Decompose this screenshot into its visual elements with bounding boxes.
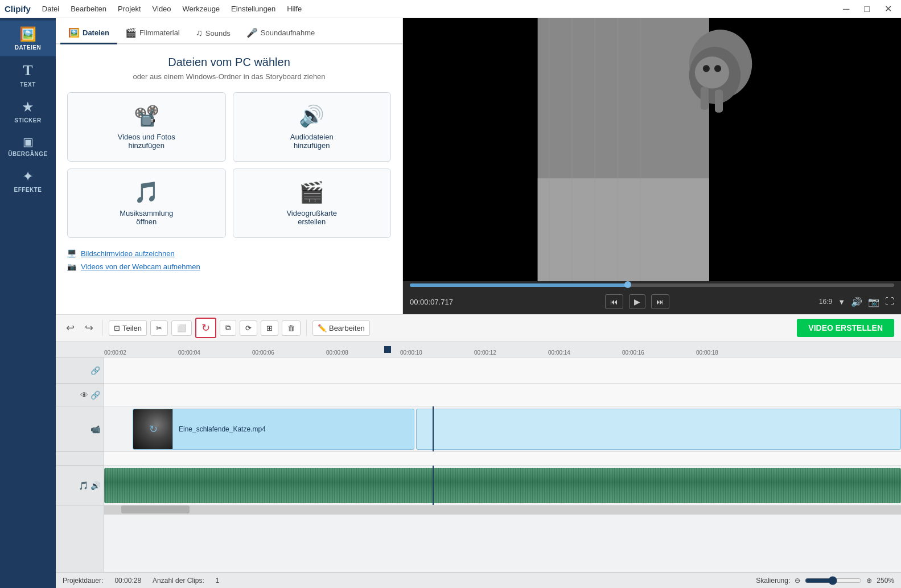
ruler-mark-7: 00:00:16 (622, 349, 696, 356)
sidebar-item-effekte[interactable]: ✦ EFFEKTE (0, 163, 56, 199)
video-preview (403, 18, 901, 281)
scale-plus-icon[interactable]: ⊕ (866, 577, 872, 585)
copy-button[interactable]: ⧉ (220, 320, 236, 336)
musiksammlung-icon: 🎵 (134, 180, 159, 204)
svg-point-6 (695, 56, 729, 88)
app-logo: Clipify (5, 4, 31, 14)
audio-waveform (104, 468, 901, 503)
panel-content: Dateien vom PC wählen oder aus einem Win… (56, 44, 402, 314)
link-icon-1[interactable]: 🔗 (90, 366, 100, 375)
panel-title: Dateien vom PC wählen (67, 56, 391, 69)
track-row-video: ↻ Eine_schlafende_Katze.mp4 (104, 406, 901, 452)
timeline-area: 00:00:02 00:00:04 00:00:06 00:00:08 00:0… (56, 342, 901, 572)
menu-hilfe[interactable]: Hilfe (285, 3, 304, 14)
play-button[interactable]: ▶ (629, 294, 645, 309)
duration-value: 00:00:28 (114, 577, 141, 585)
split-button[interactable]: ⊡ Teilen (109, 320, 147, 336)
svg-point-7 (703, 65, 710, 72)
clip-label: Eine_schlafende_Katze.mp4 (173, 422, 271, 437)
scale-slider[interactable] (805, 576, 862, 585)
tab-soundaufnahme-icon: 🎤 (246, 27, 258, 38)
seek-bar-row (403, 281, 901, 289)
eye-icon[interactable]: 👁 (80, 390, 88, 400)
ruler-label-12s: 00:00:12 (474, 349, 497, 356)
sidebar-item-uebergaenge[interactable]: ▣ ÜBERGÄNGE (0, 129, 56, 163)
aspect-dropdown-icon[interactable]: ▼ (838, 298, 845, 306)
menu-einstellungen[interactable]: Einstellungen (229, 3, 278, 14)
tracks-content[interactable]: ↻ Eine_schlafende_Katze.mp4 (104, 357, 901, 572)
delete-button[interactable]: 🗑 (282, 320, 301, 336)
sidebar-label-sticker: STICKER (14, 117, 41, 124)
scale-control: Skalierung: ⊖ ⊕ 250% (756, 576, 894, 585)
tab-dateien[interactable]: 🖼️ Dateien (60, 23, 117, 44)
menu-bearbeiten[interactable]: Bearbeiten (68, 3, 109, 14)
grid-button[interactable]: ⊞ (261, 320, 278, 336)
close-button[interactable]: ✕ (880, 2, 896, 15)
ruler-mark-4: 00:00:10 (400, 349, 474, 356)
maximize-button[interactable]: □ (859, 3, 874, 15)
tab-soundaufnahme[interactable]: 🎤 Soundaufnahme (238, 23, 323, 44)
track-ctrl-1: 🔗 (56, 357, 104, 384)
skip-back-button[interactable]: ⏮ (605, 294, 623, 309)
effekte-icon: ✦ (22, 168, 34, 184)
option-audiodateien[interactable]: 🔊 Audiodateienhinzufügen (233, 92, 392, 162)
aspect-ratio[interactable]: 16:9 (819, 298, 832, 306)
music-note-icon[interactable]: 🎵 (79, 481, 88, 490)
tab-filmmaterial[interactable]: 🎬 Filmmaterial (117, 23, 188, 44)
redo-button[interactable]: ↪ (81, 319, 97, 336)
cut-button[interactable]: ✂ (150, 320, 168, 336)
video-camera-icon[interactable]: 📹 (90, 425, 100, 434)
menu-datei[interactable]: Datei (40, 3, 61, 14)
track-ctrl-thin (56, 452, 104, 466)
playhead-indicator-ruler (384, 346, 391, 353)
link-icon-2[interactable]: 🔗 (90, 390, 100, 400)
sidebar-label-dateien: DATEIEN (15, 44, 42, 51)
track-row-mid (104, 384, 901, 406)
panel-tabs: 🖼️ Dateien 🎬 Filmmaterial ♫ Sounds 🎤 Sou… (56, 18, 402, 44)
edit-button[interactable]: ✏️ Bearbeiten (312, 320, 370, 336)
horizontal-scrollbar-thumb[interactable] (121, 505, 190, 513)
track-ctrl-2: 👁 🔗 (56, 384, 104, 406)
link-webcam[interactable]: 📷 Videos von der Webcam aufnehmen (67, 262, 391, 271)
crop-button[interactable]: ⬜ (171, 320, 192, 336)
svg-point-8 (714, 65, 721, 72)
fullscreen-icon[interactable]: ⛶ (885, 297, 894, 307)
menu-projekt[interactable]: Projekt (116, 3, 143, 14)
sidebar-item-dateien[interactable]: 🖼️ DATEIEN (0, 20, 56, 56)
skip-forward-button[interactable]: ⏭ (651, 294, 669, 309)
link-bildschirmvideo[interactable]: 🖥️ Bildschirmvideo aufzeichnen (67, 249, 391, 258)
option-musiksammlung[interactable]: 🎵 Musiksammlungöffnen (67, 168, 226, 238)
screenshot-icon[interactable]: 📷 (868, 297, 879, 307)
ruler-label-6s: 00:00:06 (252, 349, 275, 356)
create-video-button[interactable]: VIDEO ERSTELLEN (797, 319, 894, 337)
cat-preview-svg (403, 18, 901, 281)
menu-werkzeuge[interactable]: Werkzeuge (180, 3, 223, 14)
sidebar-item-text[interactable]: T TEXT (0, 56, 56, 93)
audiodateien-label: Audiodateienhinzufügen (290, 133, 334, 150)
sidebar: 🖼️ DATEIEN T TEXT ★ STICKER ▣ ÜBERGÄNGE … (0, 18, 56, 588)
scale-minus-icon[interactable]: ⊖ (795, 577, 800, 585)
menu-video[interactable]: Video (150, 3, 174, 14)
volume-icon[interactable]: 🔊 (851, 297, 862, 307)
option-videos-fotos[interactable]: 📽️ Videos und Fotoshinzufügen (67, 92, 226, 162)
status-bar: Projektdauer: 00:00:28 Anzahl der Clips:… (56, 572, 901, 588)
option-videogrusskarte[interactable]: 🎬 Videogrußkarteerstellen (233, 168, 392, 238)
edit-icon: ✏️ (318, 324, 327, 332)
loop-button[interactable]: ⟳ (240, 320, 257, 336)
track-scrollbar-row[interactable] (104, 505, 901, 515)
split-label: Teilen (122, 324, 142, 332)
toolbar: ↩ ↪ ⊡ Teilen ✂ ⬜ ↻ ⧉ ⟳ ⊞ 🗑 ✏️ Bearbeiten… (56, 314, 901, 342)
text-icon: T (23, 62, 32, 79)
seek-bar[interactable] (410, 283, 894, 287)
timeline-ruler: 00:00:02 00:00:04 00:00:06 00:00:08 00:0… (56, 342, 901, 357)
rotate-button[interactable]: ↻ (195, 318, 216, 338)
volume-track-icon[interactable]: 🔊 (90, 481, 100, 490)
svg-rect-9 (701, 87, 709, 110)
ruler-label-14s: 00:00:14 (548, 349, 571, 356)
sidebar-item-sticker[interactable]: ★ STICKER (0, 93, 56, 129)
menu-bar: Datei Bearbeiten Projekt Video Werkzeuge… (40, 3, 304, 14)
minimize-button[interactable]: ─ (838, 3, 854, 15)
tab-sounds[interactable]: ♫ Sounds (188, 23, 238, 44)
undo-button[interactable]: ↩ (63, 319, 78, 336)
video-clip[interactable]: ↻ Eine_schlafende_Katze.mp4 (133, 409, 414, 450)
